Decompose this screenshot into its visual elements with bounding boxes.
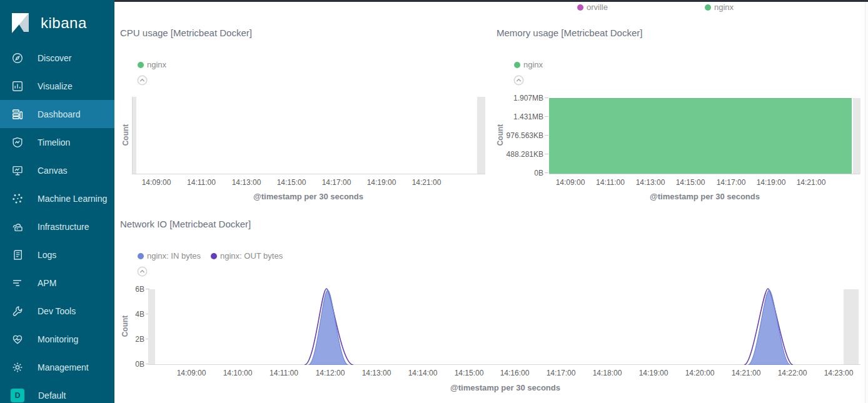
x-tick: 14:09:00 <box>550 178 590 187</box>
sidebar-item-canvas[interactable]: Canvas <box>0 156 114 184</box>
sidebar-item-machine-learning[interactable]: Machine Learning <box>0 184 114 212</box>
dev-tools-icon <box>11 305 24 317</box>
memory-legend-collapse-button chevron-up-icon[interactable] <box>513 75 524 86</box>
x-tick: 14:13:00 <box>630 178 670 187</box>
y-tick: 6B <box>114 285 149 294</box>
y-tick: 4B <box>114 310 149 319</box>
x-tick: 14:15:00 <box>670 178 710 187</box>
x-tick: 14:15:00 <box>449 369 489 377</box>
sidebar-item-label: Canvas <box>38 166 67 176</box>
network-y-axis-label: Count <box>121 287 129 365</box>
sidebar-item-discover[interactable]: Discover <box>0 44 114 72</box>
default-space-badge: D <box>11 389 24 402</box>
x-tick: 14:17:00 <box>316 178 356 187</box>
cpu-endzone-left <box>133 97 136 174</box>
network-legend-item-out-bytes[interactable]: nginx: OUT bytes <box>211 251 283 261</box>
memory-endzone-right <box>853 98 860 174</box>
apm-icon <box>11 277 24 289</box>
timelion-icon <box>11 136 24 149</box>
y-tick: 976.563KB <box>490 131 548 140</box>
memory-legend-item-nginx[interactable]: nginx <box>514 60 543 69</box>
legend-label: nginx <box>523 60 543 69</box>
memory-nginx-area-series <box>549 98 852 174</box>
memory-plot-area[interactable] <box>549 97 860 174</box>
network-legend-collapse-button chevron-up-icon[interactable] <box>137 266 148 277</box>
sidebar-item-label: Visualize <box>38 81 73 91</box>
x-tick: 14:14:00 <box>403 369 443 377</box>
network-legend: nginx: IN bytes nginx: OUT bytes <box>138 251 283 261</box>
top-divider <box>114 0 868 2</box>
y-tick: 2B <box>114 335 149 344</box>
in-bytes-peak-1-area <box>308 290 348 365</box>
x-tick: 14:19:00 <box>751 178 791 187</box>
sidebar-item-management[interactable]: Management <box>0 353 114 381</box>
y-tick: 0B <box>490 169 548 177</box>
x-tick: 14:16:00 <box>495 369 535 377</box>
x-tick: 14:13:00 <box>356 369 396 377</box>
nginx-series-dot <box>514 62 520 68</box>
visualize-icon <box>11 80 24 92</box>
kibana-logo-text: kibana <box>41 14 87 32</box>
sidebar-item-infrastructure[interactable]: Infrastructure <box>0 212 114 241</box>
sidebar-item-visualize[interactable]: Visualize <box>0 72 114 100</box>
sidebar-item-dev-tools[interactable]: Dev Tools <box>0 297 114 325</box>
x-tick: 14:21:00 <box>726 369 766 377</box>
x-tick: 14:12:00 <box>310 369 350 377</box>
cpu-legend-item-nginx[interactable]: nginx <box>138 60 166 69</box>
x-tick: 14:11:00 <box>590 178 630 187</box>
kibana-logo[interactable]: kibana <box>0 0 114 44</box>
x-tick: 14:21:00 <box>791 178 831 187</box>
scrollbar-track[interactable] <box>865 2 868 403</box>
network-panel-title: Network IO [Metricbeat Docker] <box>120 219 251 229</box>
sidebar-item-label: Dev Tools <box>38 306 76 316</box>
monitoring-icon <box>11 333 24 346</box>
nginx-series-dot <box>138 62 144 68</box>
sidebar: kibana Discover Visualize Dashboard <box>0 0 114 403</box>
infrastructure-icon <box>11 221 24 233</box>
sidebar-item-label: Machine Learning <box>38 194 107 204</box>
sidebar-item-label: Dashboard <box>38 109 81 119</box>
cpu-legend-collapse-button chevron-up-icon[interactable] <box>137 75 148 86</box>
network-plot-area[interactable] <box>148 288 860 365</box>
in-bytes-peak-2-area <box>748 290 790 365</box>
sidebar-item-monitoring[interactable]: Monitoring <box>0 325 114 353</box>
x-tick: 14:17:00 <box>541 369 581 377</box>
sidebar-item-label: Timelion <box>38 137 70 147</box>
y-tick: 1.907MB <box>490 94 548 102</box>
nginx-series-dot <box>705 4 711 11</box>
orville-series-dot <box>577 4 583 11</box>
sidebar-item-apm[interactable]: APM <box>0 269 114 297</box>
sidebar-item-default-space[interactable]: D Default <box>0 381 114 403</box>
legend-item-nginx-top[interactable]: nginx <box>705 2 734 12</box>
sidebar-item-label: Management <box>38 362 89 372</box>
legend-item-orville[interactable]: orville <box>577 2 608 12</box>
x-tick: 14:19:00 <box>361 178 401 187</box>
dashboard-main: orville nginx CPU usage [Metricbeat Dock… <box>114 0 868 403</box>
sidebar-item-dashboard[interactable]: Dashboard <box>0 100 114 128</box>
y-tick: 1.431MB <box>490 112 548 121</box>
legend-label: nginx: IN bytes <box>147 251 201 261</box>
legend-label: nginx: OUT bytes <box>220 251 283 261</box>
x-tick: 14:21:00 <box>406 178 447 187</box>
x-tick: 14:23:00 <box>819 369 859 377</box>
x-tick: 14:19:00 <box>633 369 674 377</box>
sidebar-item-label: APM <box>38 278 56 288</box>
network-x-axis-title: @timestamp per 30 seconds <box>411 383 599 392</box>
y-tick: 488.281KB <box>490 150 548 159</box>
cpu-plot-area[interactable] <box>132 97 485 174</box>
sidebar-item-timelion[interactable]: Timelion <box>0 128 114 156</box>
x-tick: 14:18:00 <box>587 369 627 377</box>
x-tick: 14:22:00 <box>772 369 812 377</box>
cpu-y-axis-label: Count <box>121 96 130 174</box>
sidebar-nav: Discover Visualize Dashboard Timelion <box>0 44 114 403</box>
x-tick: 14:11:00 <box>181 178 221 187</box>
sidebar-item-label: Discover <box>38 53 71 63</box>
sidebar-item-label: Logs <box>38 250 56 260</box>
legend-label: orville <box>587 2 608 12</box>
network-legend-item-in-bytes[interactable]: nginx: IN bytes <box>138 251 201 261</box>
sidebar-item-logs[interactable]: Logs <box>0 241 114 269</box>
cpu-panel-title: CPU usage [Metricbeat Docker] <box>120 27 252 38</box>
x-tick: 14:20:00 <box>680 369 720 377</box>
x-tick: 14:13:00 <box>226 178 266 187</box>
x-tick: 14:17:00 <box>711 178 751 187</box>
